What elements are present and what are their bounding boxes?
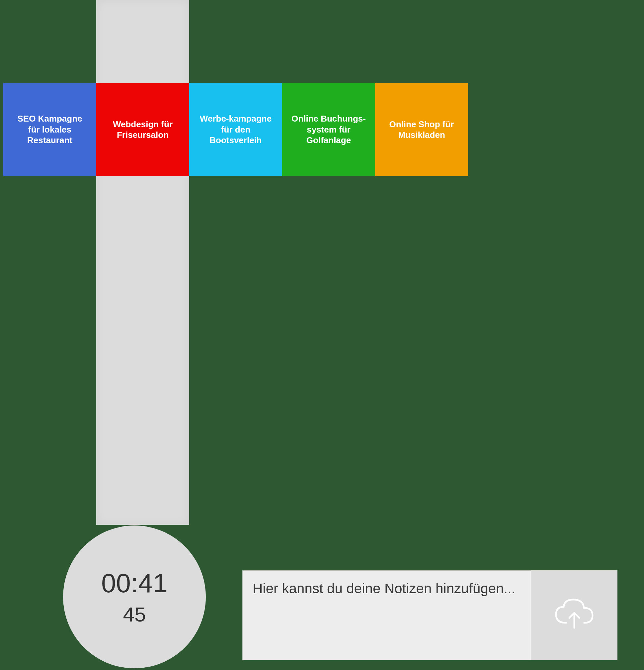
active-project-slot[interactable] (96, 0, 189, 525)
project-tile-buchungssystem-golfanlage[interactable]: Online Buchungs-system für Golfanlage (282, 83, 375, 176)
tile-label: Online Shop für Musikladen (383, 119, 460, 140)
timer-minutes-seconds: 00:41 (101, 568, 168, 599)
notes-input[interactable] (242, 570, 531, 660)
tile-label: Werbe-kampagne für den Bootsverleih (197, 113, 274, 146)
cloud-upload-icon (553, 596, 596, 634)
timer-subseconds: 45 (123, 603, 146, 626)
tile-label: Online Buchungs-system für Golfanlage (290, 113, 367, 146)
project-tile-seo-restaurant[interactable]: SEO Kampagne für lokales Restaurant (3, 83, 96, 176)
project-tiles-row: SEO Kampagne für lokales Restaurant Webd… (3, 83, 468, 176)
project-tile-onlineshop-musikladen[interactable]: Online Shop für Musikladen (375, 83, 468, 176)
timer-display[interactable]: 00:41 45 (63, 525, 206, 668)
upload-button[interactable] (531, 570, 617, 660)
tile-label: Webdesign für Friseursalon (105, 119, 181, 140)
tile-label: SEO Kampagne für lokales Restaurant (12, 113, 88, 146)
project-tile-werbekampagne-bootsverleih[interactable]: Werbe-kampagne für den Bootsverleih (189, 83, 282, 176)
bottom-bar: 00:41 45 (0, 547, 644, 670)
project-tile-webdesign-friseursalon[interactable]: Webdesign für Friseursalon (96, 83, 189, 176)
